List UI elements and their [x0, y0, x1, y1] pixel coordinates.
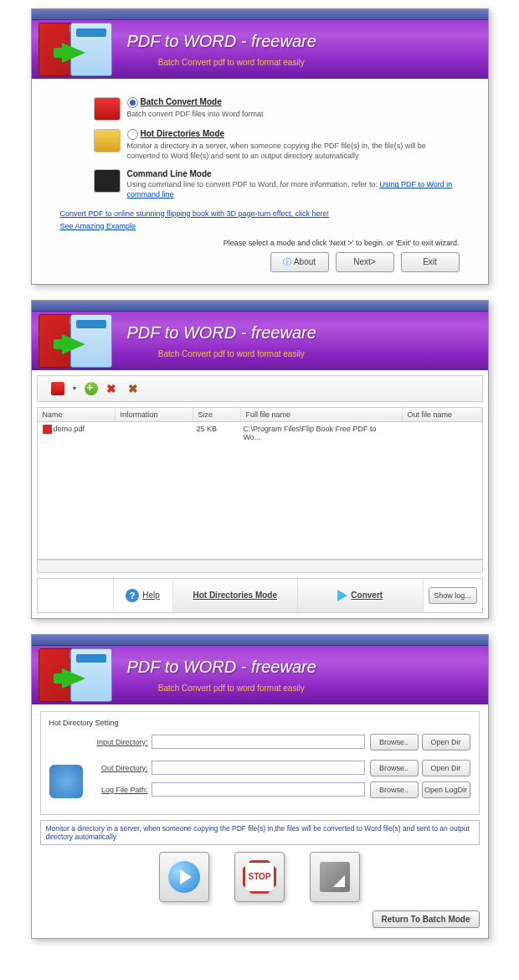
open-out-button[interactable]: Open Dir	[422, 760, 470, 776]
exit-button[interactable]: Exit	[401, 252, 460, 272]
mode-hot-title: Hot Directories Mode	[141, 129, 225, 138]
mode-hot-desc: Monitor a directory in a server, when so…	[127, 142, 460, 161]
hot-mode-button[interactable]: Hot Directories Mode	[173, 579, 299, 612]
about-button[interactable]: ⓘAbout	[270, 252, 329, 272]
pdf-icon	[94, 97, 121, 121]
mode-cmd: Command Line Mode Using command line to …	[94, 169, 460, 199]
mode-cmd-title: Command Line Mode	[127, 169, 212, 178]
wizard-hint: Please select a mode and click 'Next >' …	[60, 239, 460, 247]
add-file-icon[interactable]	[51, 382, 64, 395]
radio-batch[interactable]	[127, 97, 138, 108]
wizard-window: PDF to WORD - freeware Batch Convert pdf…	[31, 8, 489, 285]
return-button[interactable]: Return To Batch Mode	[373, 910, 480, 928]
start-button[interactable]	[159, 852, 209, 902]
help-button[interactable]: ?Help	[114, 579, 173, 612]
hotdir-window: PDF to WORD - freewareBatch Convert pdf …	[31, 634, 489, 939]
fieldset-legend: Hot Directory Setting	[49, 719, 470, 727]
action-bar: ?Help Hot Directories Mode Convert Show …	[37, 578, 483, 613]
help-icon: ?	[126, 589, 139, 602]
add-icon[interactable]	[85, 382, 98, 395]
col-out[interactable]: Out file name	[403, 408, 482, 421]
mode-batch-title: Batch Convert Mode	[141, 97, 222, 106]
browse-out-button[interactable]: Browse..	[370, 760, 419, 776]
folder-icon	[94, 129, 121, 152]
table-row[interactable]: demo.pdf 25 KB C:\Program Files\Flip Boo…	[38, 422, 482, 444]
input-dir-label: Input Directory:	[91, 738, 152, 746]
out-dir-label: Out Directory:	[91, 764, 152, 772]
convert-button[interactable]: Convert	[298, 579, 424, 612]
header-title: PDF to WORD - freeware	[127, 32, 316, 51]
mode-cmd-desc: Using command line to convert PDF to Wor…	[127, 180, 460, 199]
titlebar[interactable]	[32, 301, 488, 312]
out-dir-field[interactable]	[152, 761, 365, 775]
mode-hot[interactable]: Hot Directories Mode Monitor a directory…	[94, 129, 460, 161]
col-size[interactable]: Size	[193, 408, 241, 421]
stop-button[interactable]: STOP	[234, 852, 285, 902]
header-subtitle: Batch Convert pdf to word format easily	[127, 58, 316, 67]
titlebar[interactable]	[32, 9, 488, 20]
minimize-icon	[320, 862, 350, 892]
mode-batch-desc: Batch convert PDF files into Word format	[127, 110, 270, 120]
header: PDF to WORD - freeware Batch Convert pdf…	[32, 20, 488, 79]
table-header: Name Information Size Full file name Out…	[38, 408, 482, 422]
open-input-button[interactable]: Open Dir	[422, 734, 470, 750]
browse-log-button[interactable]: Browse..	[370, 781, 419, 798]
log-path-field[interactable]	[152, 782, 365, 797]
batch-window: PDF to WORD - freewareBatch Convert pdf …	[31, 300, 489, 619]
titlebar[interactable]	[32, 635, 488, 646]
app-logo	[39, 648, 112, 702]
play-icon	[337, 590, 347, 601]
stop-icon: STOP	[243, 860, 276, 894]
pdf-file-icon	[43, 425, 52, 434]
minimize-button[interactable]	[310, 852, 360, 902]
app-logo	[39, 314, 112, 368]
toolbar: ▾ ✖ ✖	[37, 375, 483, 402]
delete-all-icon[interactable]: ✖	[128, 382, 141, 395]
header: PDF to WORD - freewareBatch Convert pdf …	[32, 646, 488, 704]
next-button[interactable]: Next>	[336, 252, 394, 272]
h-scrollbar[interactable]	[37, 560, 483, 573]
app-logo	[39, 23, 112, 76]
globe-folder-icon	[49, 765, 83, 798]
mode-batch[interactable]: Batch Convert Mode Batch convert PDF fil…	[94, 97, 460, 121]
col-full[interactable]: Full file name	[241, 408, 403, 421]
play-icon	[168, 861, 200, 893]
browse-input-button[interactable]: Browse..	[370, 734, 419, 750]
hotdir-note: Monitor a directory in a server, when so…	[40, 820, 480, 845]
col-info[interactable]: Information	[116, 408, 193, 421]
file-list: Name Information Size Full file name Out…	[37, 407, 483, 560]
radio-hot[interactable]	[127, 129, 138, 140]
col-name[interactable]: Name	[38, 408, 116, 421]
delete-icon[interactable]: ✖	[106, 382, 120, 395]
log-path-label: Log File Path:	[91, 786, 152, 794]
spacer	[38, 579, 114, 612]
dvd-icon	[94, 169, 121, 193]
header: PDF to WORD - freewareBatch Convert pdf …	[32, 312, 488, 370]
hotdir-fieldset: Hot Directory Setting Input Directory: B…	[40, 711, 480, 815]
open-log-button[interactable]: Open LogDir	[422, 781, 470, 798]
flip-link[interactable]: Convert PDF to online stunning flipping …	[60, 209, 330, 218]
input-dir-field[interactable]	[152, 735, 365, 749]
showlog-button[interactable]: Show log...	[424, 579, 482, 612]
example-link[interactable]: See Amazing Example	[60, 222, 136, 230]
